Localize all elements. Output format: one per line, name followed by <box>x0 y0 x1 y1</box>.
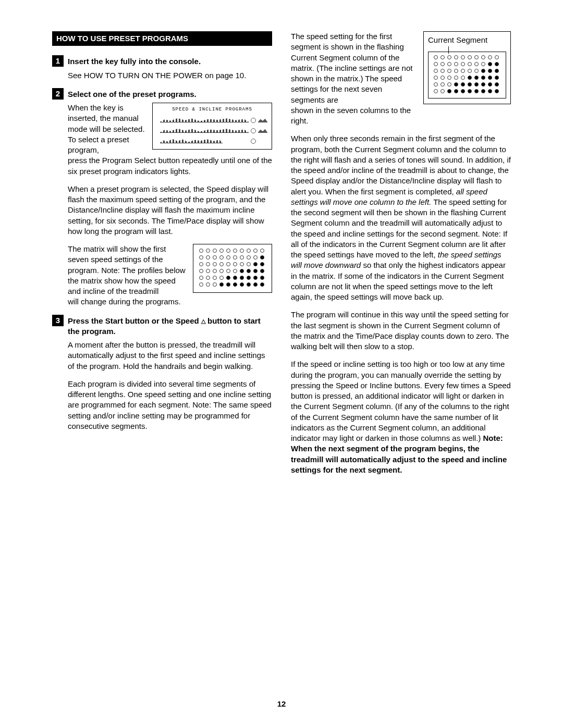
led-dot-icon <box>488 62 492 66</box>
led-dot-icon <box>260 262 264 266</box>
led-dot-icon <box>260 249 264 253</box>
led-dot-icon <box>219 276 224 280</box>
led-dot-icon <box>253 262 258 266</box>
led-dot-icon <box>468 82 472 87</box>
led-dot-icon <box>206 276 210 280</box>
step-1-p1: See HOW TO TURN ON THE POWER on page 10. <box>68 70 272 81</box>
triangle-up-icon: △ <box>201 317 205 325</box>
led-dot-icon <box>226 282 230 287</box>
led-dot-icon <box>447 89 451 93</box>
led-dot-icon <box>488 69 492 73</box>
right-column: Current Segment The speed setting for th… <box>291 31 511 483</box>
led-dot-icon <box>495 69 499 73</box>
led-dot-icon <box>219 269 224 273</box>
led-dot-icon <box>481 69 485 73</box>
manual-page: HOW TO USE PRESET PROGRAMS 1 Insert the … <box>0 0 563 728</box>
led-dot-icon <box>461 76 465 80</box>
right-p1b: shown in the seven columns to the right. <box>291 105 511 127</box>
profile-line-icon <box>160 125 249 133</box>
step-3-title: Press the Start button or the Speed △ bu… <box>68 315 272 337</box>
led-dot-icon <box>206 249 210 253</box>
step-number-box: 2 <box>52 88 64 100</box>
indicator-dot-icon <box>251 128 256 133</box>
led-dot-icon <box>447 55 451 59</box>
mini-profile-icon <box>258 127 267 133</box>
led-dot-icon <box>481 82 485 87</box>
step-3-title-a: Press the Start button or the Speed <box>68 316 201 325</box>
led-dot-icon <box>481 89 485 93</box>
led-dot-icon <box>461 69 465 73</box>
led-dot-icon <box>213 282 217 287</box>
current-segment-diagram: Current Segment <box>423 31 511 104</box>
led-dot-icon <box>219 255 224 260</box>
led-dot-icon <box>495 82 499 87</box>
led-dot-icon <box>468 55 472 59</box>
step-1-title: Insert the key fully into the console. <box>68 55 201 67</box>
led-dot-icon <box>461 89 465 93</box>
step-2-body: SPEED & INCLINE PROGRAMS When the key is… <box>68 103 272 307</box>
led-dot-icon <box>247 282 251 287</box>
right-p3: The program will continue in this way un… <box>291 310 511 352</box>
led-dot-icon <box>474 76 479 80</box>
led-dot-icon <box>226 249 230 253</box>
right-p2: When only three seconds remain in the fi… <box>291 133 511 302</box>
step-2-p3b: will change during the programs. <box>68 297 272 307</box>
page-number: 12 <box>0 699 563 709</box>
led-dot-icon <box>447 62 451 66</box>
indicator-dot-icon <box>251 118 256 123</box>
led-dot-icon <box>461 55 465 59</box>
panel-label: SPEED & INCLINE PROGRAMS <box>153 106 272 113</box>
indicator-dot-icon <box>251 139 256 144</box>
led-dot-icon <box>440 62 445 66</box>
right-p4: If the speed or incline setting is too h… <box>291 359 511 475</box>
led-dot-icon <box>206 269 210 273</box>
led-dot-icon <box>253 269 258 273</box>
led-dot-icon <box>474 89 479 93</box>
led-dot-icon <box>240 276 244 280</box>
section-header: HOW TO USE PRESET PROGRAMS <box>52 31 272 46</box>
led-dot-icon <box>454 69 458 73</box>
step-3-p1: A moment after the button is pressed, th… <box>68 340 272 372</box>
led-dot-icon <box>213 249 217 253</box>
led-dot-icon <box>474 82 479 87</box>
step-2-header: 2 Select one of the preset programs. <box>52 88 272 100</box>
led-dot-icon <box>240 249 244 253</box>
led-dot-icon <box>253 276 258 280</box>
step-2-p1b: press the Program Select button repeated… <box>68 155 272 177</box>
led-dot-icon <box>260 255 264 260</box>
matrix-frame <box>428 52 506 98</box>
led-dot-icon <box>495 89 499 93</box>
led-dot-icon <box>481 62 485 66</box>
led-dot-icon <box>488 82 492 87</box>
indicator-line-icon <box>448 46 449 54</box>
led-dot-icon <box>240 282 244 287</box>
profile-line-icon <box>160 115 249 122</box>
led-dot-icon <box>213 276 217 280</box>
led-dot-icon <box>495 62 499 66</box>
led-dot-icon <box>434 69 438 73</box>
mini-profile-icon <box>258 117 267 122</box>
led-dot-icon <box>199 255 203 260</box>
led-dot-icon <box>260 276 264 280</box>
led-dot-icon <box>488 89 492 93</box>
led-dot-icon <box>434 76 438 80</box>
led-dot-icon <box>240 269 244 273</box>
led-dot-icon <box>495 55 499 59</box>
led-dot-icon <box>454 76 458 80</box>
led-dot-icon <box>260 269 264 273</box>
led-dot-icon <box>447 69 451 73</box>
led-dot-icon <box>447 76 451 80</box>
led-dot-icon <box>260 282 264 287</box>
led-dot-icon <box>226 269 230 273</box>
step-2-p2: When a preset program is selected, the S… <box>68 184 272 237</box>
led-dot-icon <box>213 255 217 260</box>
led-dot-icon <box>440 55 445 59</box>
led-dot-icon <box>213 269 217 273</box>
step-number-box: 3 <box>52 315 64 326</box>
step-1-body: See HOW TO TURN ON THE POWER on page 10. <box>68 70 272 81</box>
led-dot-icon <box>253 255 258 260</box>
led-dot-icon <box>206 255 210 260</box>
led-dot-icon <box>454 89 458 93</box>
two-column-layout: HOW TO USE PRESET PROGRAMS 1 Insert the … <box>52 31 511 483</box>
led-dot-icon <box>247 249 251 253</box>
